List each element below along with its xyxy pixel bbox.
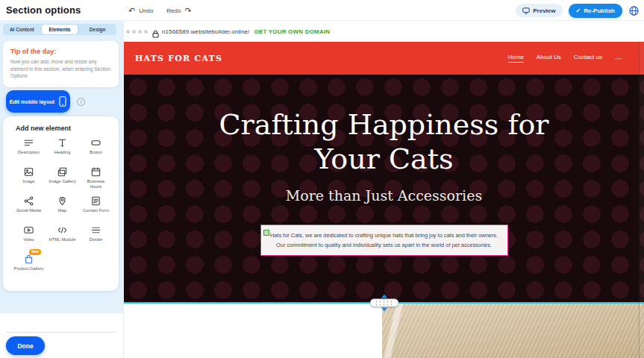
product-gallery-icon: New [23, 252, 34, 265]
add-element-panel: Add new element Description Heading Butt… [3, 116, 119, 291]
image-icon [23, 165, 34, 178]
description-icon [23, 136, 34, 148]
redo-icon[interactable]: ↷ [184, 7, 191, 15]
nav-about-us[interactable]: About Us [537, 54, 561, 63]
element-contact-form[interactable]: Contact Form [79, 194, 113, 223]
undo-icon[interactable]: ↶ [128, 7, 135, 15]
page-title: Section options [6, 4, 81, 16]
check-icon: ✓ [576, 7, 581, 14]
image-gallery-icon [57, 165, 68, 178]
edit-mobile-label: Edit mobile layout [10, 99, 54, 104]
contact-form-icon [90, 194, 101, 207]
republish-label: Re-Publish [584, 7, 615, 14]
nav-contact-us[interactable]: Contact us [574, 54, 602, 63]
browser-dots [126, 30, 148, 34]
topbar-actions: Preview ✓ Re-Publish [516, 0, 640, 21]
tab-ai-content[interactable]: AI Content [4, 25, 40, 34]
app-window: Section options ↶ Undo Redo ↷ Preview ✓ … [0, 0, 644, 358]
history-controls: ↶ Undo Redo ↷ [128, 0, 192, 21]
preview-button[interactable]: Preview [516, 4, 562, 17]
nav-more-icon[interactable]: ⋯ [615, 54, 623, 63]
site-url[interactable]: n1566589.websitebuilder.online/ [162, 28, 249, 35]
button-icon [90, 136, 101, 148]
mobile-layout-row: Edit mobile layout i [6, 90, 85, 113]
site-header: Hats for Cats Home About Us Contact us ⋯ [124, 42, 644, 75]
sidebar-tabs: AI Content Elements Design [3, 24, 116, 35]
html-module-icon [57, 223, 68, 236]
site-logo[interactable]: Hats for Cats [135, 54, 222, 63]
element-description[interactable]: Description [12, 136, 46, 165]
republish-button[interactable]: ✓ Re-Publish [569, 4, 622, 18]
element-divider[interactable]: Divider [79, 223, 113, 252]
sidebar: AI Content Elements Design Tip of the da… [0, 21, 124, 358]
sidebar-divider [6, 332, 116, 333]
element-social-media[interactable]: Social Media [12, 194, 46, 223]
element-map[interactable]: Map [46, 194, 79, 223]
get-domain-link[interactable]: GET YOUR OWN DOMAIN [254, 28, 330, 35]
info-icon[interactable]: i [77, 98, 85, 106]
divider-icon [90, 223, 101, 236]
done-button[interactable]: Done [6, 336, 45, 355]
new-badge: New [29, 249, 41, 255]
edit-mobile-layout-button[interactable]: Edit mobile layout [6, 90, 70, 113]
add-panel-title: Add new element [16, 125, 119, 132]
tab-elements[interactable]: Elements [42, 25, 78, 34]
resize-down-arrow-icon[interactable] [381, 308, 387, 312]
lock-icon [152, 28, 159, 36]
video-icon [23, 223, 34, 236]
preview-scrollbar[interactable] [639, 42, 644, 358]
preview-label: Preview [533, 7, 555, 14]
monitor-icon [522, 7, 530, 14]
tip-body: Now you can add, move and resize any ele… [10, 58, 111, 80]
phone-icon [59, 96, 66, 107]
site-nav: Home About Us Contact us ⋯ [508, 54, 624, 63]
resize-up-arrow-icon[interactable] [381, 295, 387, 298]
nav-home[interactable]: Home [508, 54, 524, 63]
hero-subtitle[interactable]: More than Just Accessories [286, 187, 482, 204]
element-heading[interactable]: Heading [46, 136, 79, 165]
element-grid: Description Heading Button Image Image G… [3, 134, 119, 286]
element-html-module[interactable]: HTML Module [46, 223, 79, 252]
hero-title[interactable]: Crafting Happiness for Your Cats [198, 107, 571, 177]
drag-handle[interactable] [370, 299, 398, 307]
element-image-gallery[interactable]: Image Gallery [46, 165, 79, 194]
element-video[interactable]: Video [12, 223, 46, 252]
tab-design[interactable]: Design [79, 25, 116, 34]
map-pin-icon [57, 194, 68, 207]
next-section-image[interactable] [382, 303, 644, 358]
element-image[interactable]: Image [12, 165, 46, 194]
topbar: Section options ↶ Undo Redo ↷ Preview ✓ … [0, 0, 644, 21]
heading-icon [57, 136, 68, 148]
browser-bar: n1566589.websitebuilder.online/ GET YOUR… [124, 21, 644, 42]
element-product-gallery[interactable]: New Product Gallery [12, 252, 46, 281]
tip-title: Tip of the day: [10, 48, 111, 55]
section-resize-handle[interactable] [370, 295, 398, 312]
drag-dots-icon [375, 301, 394, 306]
social-media-icon [23, 194, 34, 207]
globe-icon[interactable] [628, 5, 640, 16]
redo-button[interactable]: Redo [166, 7, 181, 14]
element-selection-handle[interactable] [263, 230, 269, 236]
element-button[interactable]: Button [79, 136, 113, 165]
undo-button[interactable]: Undo [139, 7, 153, 14]
business-hours-icon [90, 165, 101, 178]
tip-card: Tip of the day: Now you can add, move an… [3, 41, 119, 87]
hero-text: Hats for Cats, we are dedicated to craft… [270, 232, 498, 248]
element-business-hours[interactable]: Business Hours [79, 165, 113, 194]
hero-text-element[interactable]: Hats for Cats, we are dedicated to craft… [260, 224, 508, 257]
hero-section[interactable]: Crafting Happiness for Your Cats More th… [124, 75, 644, 303]
site-preview: Hats for Cats Home About Us Contact us ⋯… [124, 42, 644, 358]
